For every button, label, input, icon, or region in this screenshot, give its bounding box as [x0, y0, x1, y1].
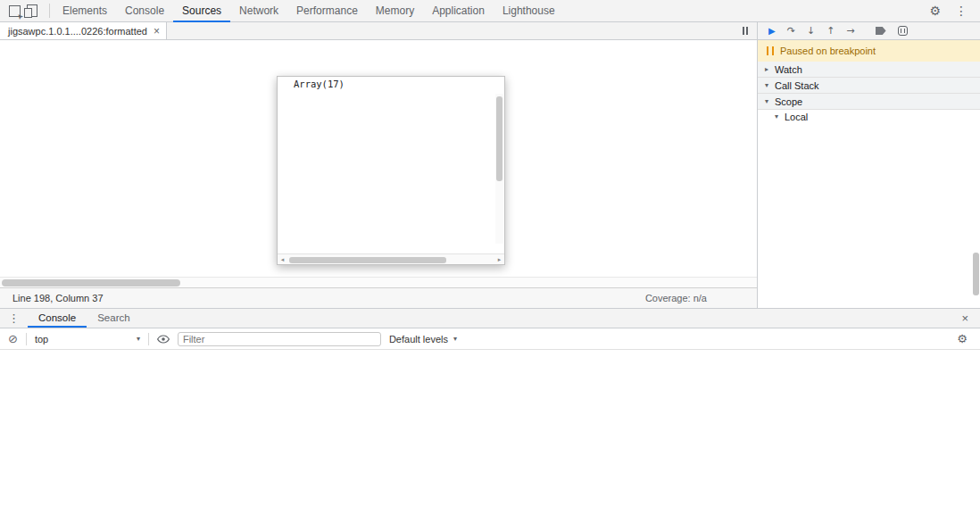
chevron-down-icon: ▾: [137, 335, 140, 343]
popup-horizontal-scrollbar[interactable]: ◂ ▸: [278, 253, 504, 264]
tab-lighthouse[interactable]: Lighthouse: [494, 0, 564, 22]
drawer-header: ⋮ Console Search ×: [0, 309, 980, 328]
close-tab-icon[interactable]: ×: [154, 26, 160, 37]
device-toolbar-icon[interactable]: [27, 4, 37, 17]
expand-triangle-icon[interactable]: ▾: [762, 97, 771, 105]
inspect-element-icon[interactable]: [9, 5, 21, 17]
navigator-toggle-icon[interactable]: [743, 27, 757, 35]
popup-vertical-scrollbar[interactable]: [495, 94, 503, 244]
scope-label: Scope: [775, 96, 802, 107]
context-selector[interactable]: top ▾: [35, 334, 140, 345]
paused-message: Paused on breakpoint: [780, 46, 876, 56]
tab-search[interactable]: Search: [87, 309, 140, 328]
debugger-controls: ▶ ↷ ↓ ↑ →: [758, 22, 980, 40]
resume-script-button[interactable]: ▶: [768, 27, 776, 36]
toolbar-divider: [148, 333, 149, 345]
toolbar-divider: [26, 333, 27, 345]
sources-panel: jigsawpc.1.0.1....0226:formatted × Array…: [0, 22, 757, 308]
scope-local-group[interactable]: ▾ Local: [758, 110, 980, 123]
log-levels-dropdown[interactable]: Default levels ▾: [389, 334, 457, 345]
tab-network[interactable]: Network: [230, 0, 287, 22]
log-levels-value: Default levels: [389, 334, 448, 345]
pause-on-exceptions-button[interactable]: [898, 26, 908, 36]
more-options-kebab-icon[interactable]: ⋮: [955, 4, 968, 18]
watch-label: Watch: [775, 64, 802, 75]
step-button[interactable]: →: [846, 26, 854, 36]
scope-section-header[interactable]: ▾ Scope: [758, 94, 980, 110]
object-preview-popup: Array(17) ◂ ▸: [277, 76, 505, 265]
tab-elements[interactable]: Elements: [54, 0, 116, 22]
popup-hscroll-thumb[interactable]: [289, 257, 446, 263]
tab-memory[interactable]: Memory: [367, 0, 423, 22]
scope-group-label: Local: [785, 112, 808, 122]
devtools-toolbar: ElementsConsoleSourcesNetworkPerformance…: [0, 0, 980, 22]
tab-sources[interactable]: Sources: [173, 0, 230, 22]
close-drawer-icon[interactable]: ×: [950, 311, 980, 325]
expand-triangle-icon[interactable]: ▾: [762, 81, 771, 89]
console-drawer: ⋮ Console Search × ⊘ top ▾ Default level…: [0, 308, 980, 515]
eye-icon[interactable]: [157, 335, 170, 344]
scroll-left-icon[interactable]: ◂: [278, 256, 287, 263]
settings-gear-icon[interactable]: ⚙: [929, 4, 941, 18]
expand-triangle-icon[interactable]: ▾: [772, 112, 781, 120]
chevron-down-icon: ▾: [453, 335, 457, 343]
editor-status-bar: Line 198, Column 37 Coverage: n/a: [0, 287, 757, 308]
popup-entries: [278, 92, 504, 244]
popup-title: Array(17): [278, 77, 504, 92]
watch-section-header[interactable]: ▸ Watch: [758, 62, 980, 78]
paused-banner: Paused on breakpoint: [758, 40, 980, 62]
tab-console[interactable]: Console: [116, 0, 173, 22]
file-tab-title: jigsawpc.1.0.1....0226:formatted: [8, 26, 147, 37]
console-output: [0, 350, 980, 515]
file-tab[interactable]: jigsawpc.1.0.1....0226:formatted ×: [0, 22, 167, 39]
collapse-triangle-icon[interactable]: ▸: [762, 65, 771, 73]
filter-input[interactable]: [178, 332, 381, 346]
step-into-button[interactable]: ↓: [807, 26, 815, 36]
toolbar-divider: [49, 4, 50, 18]
coverage-status: Coverage: n/a: [645, 293, 707, 303]
devtools-tabs: ElementsConsoleSourcesNetworkPerformance…: [54, 0, 564, 22]
call-stack-label: Call Stack: [775, 80, 819, 91]
debugger-sidebar: ▶ ↷ ↓ ↑ → Paused on breakpoint ▸ Watch ▾…: [757, 22, 980, 308]
call-stack-section-header[interactable]: ▾ Call Stack: [758, 78, 980, 94]
console-toolbar: ⊘ top ▾ Default levels ▾ ⚙: [0, 328, 980, 350]
scroll-right-icon[interactable]: ▸: [494, 256, 504, 263]
editor-horizontal-scrollbar[interactable]: [0, 277, 757, 287]
tab-performance[interactable]: Performance: [287, 0, 367, 22]
code-editor[interactable]: Array(17) ◂ ▸: [0, 40, 757, 277]
sidebar-scrollbar[interactable]: [973, 253, 979, 295]
file-tab-bar: jigsawpc.1.0.1....0226:formatted ×: [0, 22, 757, 40]
tab-console[interactable]: Console: [28, 309, 87, 328]
deactivate-breakpoints-button[interactable]: [876, 27, 886, 35]
editor-hscroll-thumb[interactable]: [2, 279, 180, 287]
tab-application[interactable]: Application: [423, 0, 494, 22]
clear-console-icon[interactable]: ⊘: [8, 332, 18, 345]
console-settings-gear-icon[interactable]: ⚙: [957, 332, 972, 345]
step-out-button[interactable]: ↑: [826, 26, 835, 36]
pause-icon: [767, 46, 774, 55]
drawer-menu-kebab-icon[interactable]: ⋮: [0, 311, 28, 325]
step-over-button[interactable]: ↷: [787, 26, 795, 36]
cursor-position: Line 198, Column 37: [12, 293, 104, 303]
context-selector-value: top: [35, 334, 48, 345]
